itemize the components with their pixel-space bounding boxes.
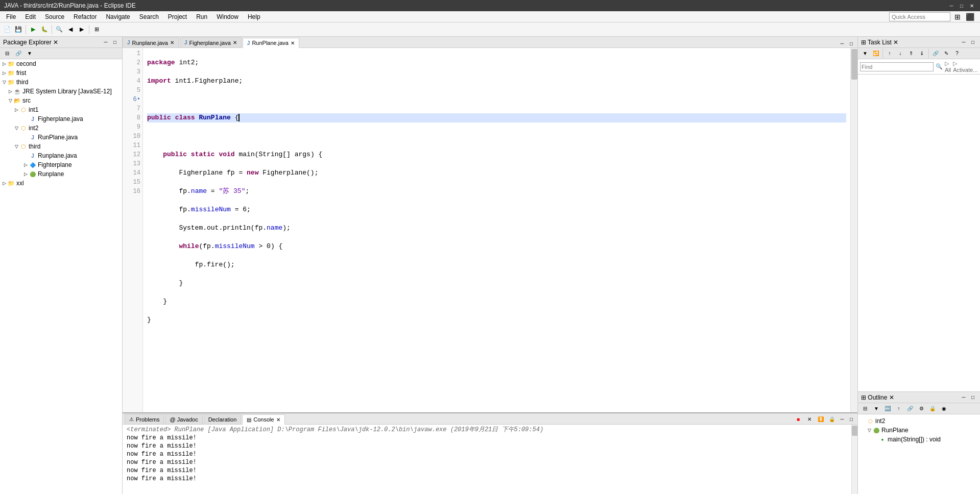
tab-close-runplane-active[interactable]: ✕ [291,40,295,46]
console-minimize-btn[interactable]: ─ [838,415,846,423]
toolbar-icon-2[interactable]: ⬛ [965,12,975,22]
tree-arrow-int1[interactable]: ▷ [13,107,19,112]
task-tb-5[interactable]: ⇑ [906,48,916,59]
console-maximize-btn[interactable]: □ [847,415,855,423]
tree-item-fighterplane[interactable]: ▷ 🔷 Fighterplane [0,160,122,169]
menu-source[interactable]: Source [41,12,68,21]
code-editor[interactable]: 1 2 3 4 5 6• 7 8 9 10 11 12 13 14 15 16 [123,48,857,412]
tb-run[interactable]: ▶ [28,24,38,35]
outline-minimize-btn[interactable]: ─ [960,393,968,402]
code-content[interactable]: package int2; import int1.Figherplane; p… [143,48,850,412]
tab-close-figherplane[interactable]: ✕ [233,40,237,45]
outline-runplane-class[interactable]: ▽ 🟢 RunPlane [860,426,978,435]
menu-navigate[interactable]: Navigate [102,12,134,21]
editor-minimize-btn[interactable]: ─ [838,39,846,47]
tb-back[interactable]: ◀ [65,24,76,35]
tb-debug[interactable]: 🐛 [39,24,50,35]
outline-tb-2[interactable]: ▼ [871,404,881,414]
tab-declaration[interactable]: Declaration [204,414,242,424]
console-scrollbar-thumb[interactable] [852,426,857,436]
tb-forward[interactable]: ▶ [77,24,87,35]
outline-tb-4[interactable]: ↑ [894,404,904,414]
tree-arrow-runplane-class[interactable]: ▷ [22,171,29,177]
task-tb-8[interactable]: ✎ [941,48,951,59]
tree-arrow-cecond[interactable]: ▷ [1,61,7,66]
pe-link-btn[interactable]: 🔗 [13,48,23,59]
tree-item-jre[interactable]: ▷ ☕ JRE System Library [JavaSE-12] [0,87,122,96]
menu-search[interactable]: Search [135,12,163,21]
task-tb-4[interactable]: ↓ [895,48,905,59]
task-tb-6[interactable]: ⇓ [917,48,927,59]
outline-main-method[interactable]: ● main(String[]) : void [860,435,978,444]
toolbar-icon-1[interactable]: ⊞ [952,12,963,22]
editor-scrollbar[interactable] [850,48,857,412]
outline-tb-1[interactable]: ⊟ [860,404,870,414]
tab-close-runplane1[interactable]: ✕ [170,40,174,45]
tree-item-third-pkg[interactable]: ▽ ⬡ third [0,142,122,151]
task-tb-1[interactable]: ▼ [860,48,870,59]
outline-maximize-btn[interactable]: □ [969,393,977,402]
console-clear-btn[interactable]: ✕ [804,414,815,424]
tab-close-console[interactable]: ✕ [276,417,280,423]
tree-arrow-third-pkg[interactable]: ▽ [13,144,19,149]
editor-maximize-btn[interactable]: □ [847,39,855,47]
tree-arrow-third[interactable]: ▽ [1,80,7,85]
find-search-icon[interactable]: 🔍 [936,63,943,70]
console-stop-btn[interactable]: ■ [793,414,803,424]
task-find-input[interactable] [860,62,934,71]
console-scroll-lock-btn[interactable]: 🔒 [827,414,837,424]
tb-perspective[interactable]: ⊞ [91,24,102,35]
close-button[interactable]: ✕ [968,2,976,10]
tree-item-figherplane[interactable]: J Figherplane.java [0,114,122,124]
find-activate-label[interactable]: ▷ Activate... [953,60,977,73]
outline-tb-8[interactable]: ◉ [939,404,949,414]
pe-collapse-btn[interactable]: ⊟ [2,48,12,59]
tree-item-frist[interactable]: ▷ 📁 frist [0,68,122,78]
tree-item-int2[interactable]: ▽ ⬡ int2 [0,124,122,133]
tree-item-runplane2-java[interactable]: J Runplane.java [0,151,122,160]
outline-tb-5[interactable]: 🔗 [905,404,915,414]
outline-tb-7[interactable]: 🔒 [927,404,938,414]
tree-item-runplane-java[interactable]: J RunPlane.java [0,133,122,142]
task-maximize-btn[interactable]: □ [969,38,977,46]
tree-item-runplane-class[interactable]: ▷ 🟢 Runplane [0,169,122,179]
tree-item-third[interactable]: ▽ 📁 third [0,78,122,87]
pe-maximize-btn[interactable]: □ [111,38,119,46]
tab-runplane-active[interactable]: J RunPlane.java ✕ [243,38,299,48]
maximize-button[interactable]: □ [958,2,966,10]
tab-console[interactable]: ▤ Console ✕ [242,414,284,425]
task-tb-9[interactable]: ? [952,48,962,59]
outline-tb-6[interactable]: ⚙ [916,404,926,414]
task-minimize-btn[interactable]: ─ [960,38,968,46]
pe-menu-btn[interactable]: ▼ [25,48,35,59]
menu-file[interactable]: File [2,12,20,21]
tab-javadoc[interactable]: @ Javadoc [165,414,202,424]
pe-minimize-btn[interactable]: ─ [102,38,110,46]
tree-arrow-jre[interactable]: ▷ [7,89,13,94]
console-scroll-end-btn[interactable]: ⏬ [816,414,826,424]
menu-run[interactable]: Run [192,12,211,21]
outline-int2[interactable]: ⬡ int2 [860,416,978,426]
task-tb-7[interactable]: 🔗 [930,48,941,59]
tree-arrow-int2[interactable]: ▽ [13,126,19,131]
tree-item-src[interactable]: ▽ 📂 src [0,96,122,105]
tree-item-cecond[interactable]: ▷ 📁 cecond [0,59,122,68]
menu-help[interactable]: Help [244,12,265,21]
tab-figherplane[interactable]: J Figherplane.java ✕ [180,37,242,47]
tb-new[interactable]: 📄 [2,24,12,35]
task-tb-2[interactable]: 🔁 [871,48,881,59]
tb-save[interactable]: 💾 [13,24,23,35]
tree-arrow-frist[interactable]: ▷ [1,70,7,76]
tree-arrow-xxl[interactable]: ▷ [1,181,7,186]
minimize-button[interactable]: ─ [947,2,955,10]
editor-scrollbar-thumb[interactable] [851,49,857,80]
menu-refactor[interactable]: Refactor [69,12,101,21]
task-tb-3[interactable]: ↑ [885,48,895,59]
quick-access-input[interactable] [889,12,950,21]
console-scrollbar[interactable] [851,425,857,494]
tree-arrow-src[interactable]: ▽ [7,98,13,103]
tb-search[interactable]: 🔍 [54,24,64,35]
outline-tb-3[interactable]: 🔤 [882,404,893,414]
menu-window[interactable]: Window [212,12,243,21]
tab-runplane-1[interactable]: J Runplane.java ✕ [123,37,179,47]
